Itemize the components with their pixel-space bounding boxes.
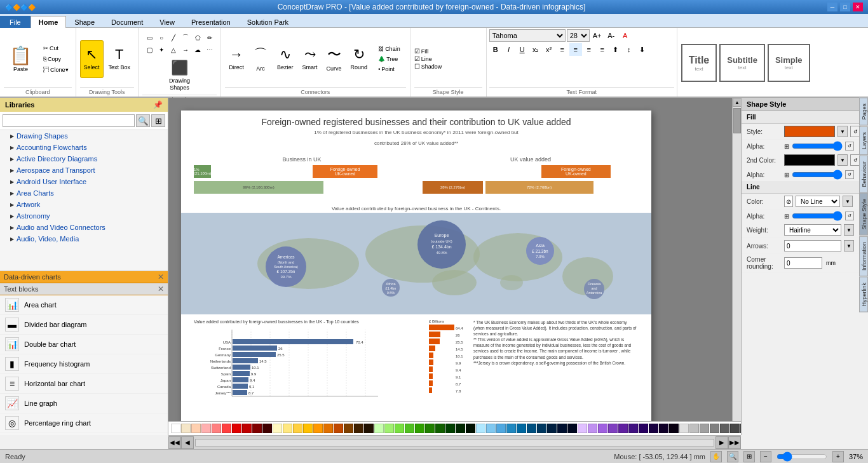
- color-cell[interactable]: [588, 424, 597, 433]
- cut-button[interactable]: ✂ Cut: [40, 43, 72, 53]
- zoom-search-button[interactable]: 🔍: [727, 451, 738, 462]
- shape-arrow[interactable]: →: [180, 44, 191, 55]
- color-cell[interactable]: [405, 424, 414, 433]
- zoom-slider[interactable]: [776, 452, 827, 462]
- shape-line[interactable]: ╱: [168, 32, 179, 43]
- font-increase-button[interactable]: A+: [591, 29, 604, 42]
- side-tab-layers[interactable]: Layers: [859, 126, 868, 155]
- page-prev-button[interactable]: ◀: [181, 436, 194, 449]
- view-mode-button[interactable]: ⊞: [151, 114, 165, 127]
- library-item-artwork[interactable]: ▶ Artwork: [0, 199, 168, 210]
- shape-tri[interactable]: △: [168, 44, 179, 55]
- subscript-button[interactable]: x₂: [529, 43, 542, 56]
- scroll-thumb-v[interactable]: [733, 108, 741, 133]
- library-item-audio-video[interactable]: ▶ Audio and Video Connectors: [0, 222, 168, 233]
- color-cell[interactable]: [303, 424, 313, 433]
- shape-cloud[interactable]: ☁: [192, 44, 203, 55]
- subtitle-style-box[interactable]: Subtitle text: [719, 44, 765, 82]
- paste-button[interactable]: 📋 Paste: [4, 42, 37, 76]
- point-button[interactable]: • Point: [374, 65, 405, 74]
- font-decrease-button[interactable]: A-: [605, 29, 618, 42]
- arc-connector-button[interactable]: ⌒ Arc: [249, 40, 272, 78]
- library-item-aerospace[interactable]: ▶ Aerospace and Transport: [0, 164, 168, 176]
- clone-button[interactable]: ⿸ Clone▾: [40, 65, 72, 75]
- shape-rrect[interactable]: ▢: [144, 44, 155, 55]
- color-cell[interactable]: [608, 424, 618, 433]
- tab-document[interactable]: Document: [103, 16, 151, 28]
- tab-solutionpark[interactable]: Solution Park: [239, 16, 297, 28]
- side-tab-hyperlink[interactable]: Hyperlink: [859, 277, 868, 312]
- color-cell[interactable]: [384, 424, 394, 433]
- color-cell[interactable]: [710, 424, 719, 433]
- color2nd-alpha-slider[interactable]: [792, 170, 843, 180]
- color-cell[interactable]: [283, 424, 292, 433]
- color-cell[interactable]: [293, 424, 302, 433]
- color-cell[interactable]: [567, 424, 577, 433]
- text-bottom-button[interactable]: ⬇: [636, 43, 649, 56]
- text-middle-button[interactable]: ↕: [623, 43, 635, 56]
- tree-button[interactable]: 🌲 Tree: [374, 55, 405, 64]
- color-cell[interactable]: [191, 424, 201, 433]
- color-cell[interactable]: [171, 424, 180, 433]
- color-cell[interactable]: [334, 424, 343, 433]
- side-tab-shape-style[interactable]: Shape Style: [859, 193, 868, 236]
- vertical-scrollbar[interactable]: ▲ ▼: [732, 98, 741, 435]
- corner-rounding-input[interactable]: [784, 257, 822, 269]
- color-cell[interactable]: [506, 424, 516, 433]
- text-top-button[interactable]: ⬆: [609, 43, 622, 56]
- color-cell[interactable]: [232, 424, 241, 433]
- color-cell[interactable]: [344, 424, 353, 433]
- color-cell[interactable]: [395, 424, 404, 433]
- copy-button[interactable]: ⎘ Copy: [40, 54, 72, 64]
- color-cell[interactable]: [557, 424, 567, 433]
- color-cell[interactable]: [639, 424, 648, 433]
- fill-alpha-slider[interactable]: [792, 141, 843, 151]
- line-alpha-slider[interactable]: [792, 211, 843, 221]
- color-cell[interactable]: [273, 424, 282, 433]
- shape-item-line-graph[interactable]: 📈 Line graph: [0, 394, 168, 413]
- color-cell[interactable]: [659, 424, 668, 433]
- color2nd-dropdown[interactable]: ▼: [837, 154, 848, 166]
- color-cell[interactable]: [486, 424, 496, 433]
- tab-file[interactable]: File: [0, 16, 31, 28]
- pin-icon[interactable]: 📌: [153, 100, 163, 109]
- color-cell[interactable]: [374, 424, 384, 433]
- library-item-area-charts[interactable]: ▶ Area Charts: [0, 187, 168, 199]
- color-cell[interactable]: [547, 424, 557, 433]
- textbox-tool-button[interactable]: T Text Box: [105, 40, 135, 78]
- color-cell[interactable]: [578, 424, 587, 433]
- color-cell[interactable]: [496, 424, 506, 433]
- line-alpha-reset[interactable]: ↺: [845, 211, 854, 220]
- close-tag2-button[interactable]: ✕: [158, 285, 164, 293]
- color-cell[interactable]: [212, 424, 221, 433]
- shape-item-divided-bar[interactable]: ▬ Divided bar diagram: [0, 315, 168, 335]
- color-cell[interactable]: [262, 424, 272, 433]
- shape-item-percentage-ring[interactable]: ◎ Percentage ring chart: [0, 413, 168, 433]
- page-scrollbar[interactable]: [195, 439, 714, 446]
- color-cell[interactable]: [618, 424, 628, 433]
- font-size-selector[interactable]: 28: [567, 29, 590, 42]
- close-tag-button[interactable]: ✕: [158, 272, 164, 281]
- scroll-up-button[interactable]: ▲: [733, 98, 742, 107]
- align-justify-button[interactable]: ≡: [596, 43, 609, 56]
- line-color-dropdown[interactable]: ▼: [843, 196, 853, 207]
- color-cell[interactable]: [466, 424, 475, 433]
- simple-style-box[interactable]: Simple text: [768, 44, 810, 82]
- color-cell[interactable]: [649, 424, 658, 433]
- close-button[interactable]: ✕: [853, 3, 863, 11]
- zoom-in-button[interactable]: +: [832, 451, 844, 462]
- page-first-button[interactable]: ◀◀: [168, 436, 181, 449]
- color-cell[interactable]: [435, 424, 445, 433]
- line-weight-select[interactable]: Hairline: [784, 224, 841, 236]
- color-cell[interactable]: [181, 424, 191, 433]
- line-color-select[interactable]: No Line: [796, 196, 840, 207]
- arrows-input[interactable]: [784, 240, 841, 252]
- shape-item-pie[interactable]: 🥧 Pie chart: [0, 433, 168, 436]
- color-cell[interactable]: [730, 424, 740, 433]
- color-cell[interactable]: [517, 424, 526, 433]
- align-center-button[interactable]: ≡: [569, 43, 582, 56]
- color-cell[interactable]: [201, 424, 211, 433]
- color-cell[interactable]: [445, 424, 455, 433]
- smart-connector-button[interactable]: ⤳ Smart: [299, 40, 322, 78]
- page-last-button[interactable]: ▶▶: [728, 436, 741, 449]
